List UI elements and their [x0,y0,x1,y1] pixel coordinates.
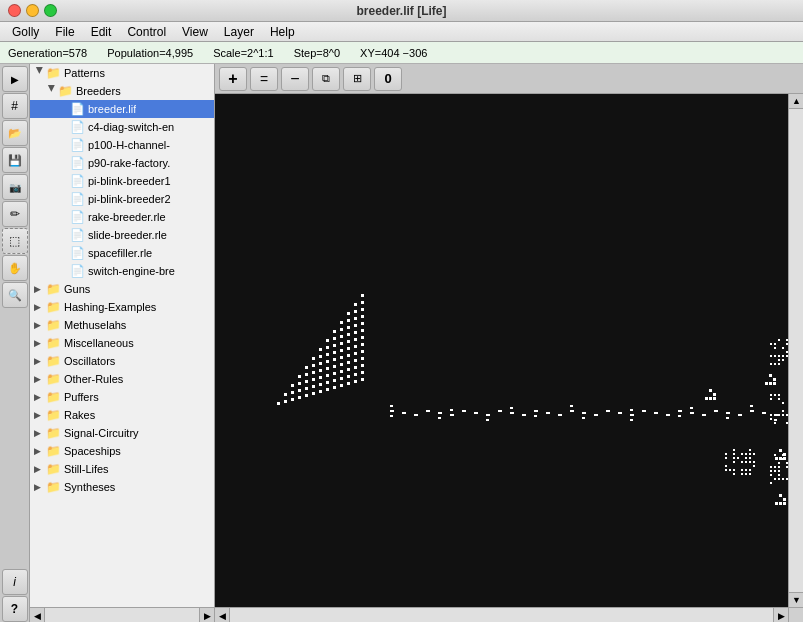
tree-item-pi-blink2[interactable]: ▶ 📄 pi-blink-breeder2 [30,190,214,208]
menu-layer[interactable]: Layer [216,22,262,41]
file-tree-panel: ▶ 📁 Patterns ▶ 📁 Breeders ▶ 📄 breeder.li… [30,64,215,622]
vscroll-down-btn[interactable]: ▼ [789,592,803,607]
window-controls[interactable] [8,4,57,17]
canvas-vscroll[interactable]: ▲ ▼ [788,94,803,607]
save-button[interactable]: 💾 [2,147,28,173]
right-panel: + = − ⧉ ⊞ 0 ◀ ▶ [215,64,803,622]
reset-view-button[interactable]: 0 [374,67,402,91]
tree-item-patterns[interactable]: ▶ 📁 Patterns [30,64,214,82]
tree-item-p100[interactable]: ▶ 📄 p100-H-channel- [30,136,214,154]
corner-box [788,608,803,622]
zoom-out-button[interactable]: − [281,67,309,91]
tree-item-rake-breeder[interactable]: ▶ 📄 rake-breeder.rle [30,208,214,226]
canvas-scroll-right[interactable]: ▶ [773,608,788,622]
tree-item-miscellaneous[interactable]: ▶ 📁 Miscellaneous [30,334,214,352]
file-tree: ▶ 📁 Patterns ▶ 📁 Breeders ▶ 📄 breeder.li… [30,64,214,607]
tree-item-slide-breeder[interactable]: ▶ 📄 slide-breeder.rle [30,226,214,244]
zoom-in-button[interactable]: + [219,67,247,91]
grid-toggle-button[interactable]: ⊞ [343,67,371,91]
tree-item-spaceships[interactable]: ▶ 📁 Spaceships [30,442,214,460]
scale-status: Scale=2^1:1 [213,47,274,59]
tree-item-syntheses[interactable]: ▶ 📁 Syntheses [30,478,214,496]
arrow-breeders: ▶ [47,85,57,97]
info-button[interactable]: i [2,569,28,595]
tree-item-spacefiller[interactable]: ▶ 📄 spacefiller.rle [30,244,214,262]
tree-item-c4-diag[interactable]: ▶ 📄 c4-diag-switch-en [30,118,214,136]
sidebar-hscroll[interactable]: ◀ ▶ [30,607,214,622]
select-button[interactable]: ⬚ [2,228,28,254]
menu-help[interactable]: Help [262,22,303,41]
canvas-hscroll[interactable]: ◀ ▶ [215,607,803,622]
tree-item-breeder-lif[interactable]: ▶ 📄 breeder.lif [30,100,214,118]
help-button[interactable]: ? [2,596,28,622]
tree-item-guns[interactable]: ▶ 📁 Guns [30,280,214,298]
tree-item-pi-blink1[interactable]: ▶ 📄 pi-blink-breeder1 [30,172,214,190]
xy-status: XY=404 −306 [360,47,427,59]
menu-golly[interactable]: Golly [4,22,47,41]
menu-file[interactable]: File [47,22,82,41]
tree-item-hashing[interactable]: ▶ 📁 Hashing-Examples [30,298,214,316]
titlebar: breeder.lif [Life] [0,0,803,22]
tree-item-still-lifes[interactable]: ▶ 📁 Still-Lifes [30,460,214,478]
vscroll-track [789,109,803,592]
window-title: breeder.lif [Life] [356,4,446,18]
arrow-guns: ▶ [34,284,46,294]
main-layout: ▶ # 📂 💾 📷 ✏ ⬚ ✋ 🔍 i ? ▶ 📁 Patterns ▶ 📁 B… [0,64,803,622]
life-canvas-area[interactable] [215,94,803,607]
statusbar: Generation=578 Population=4,995 Scale=2^… [0,42,803,64]
arrow-hashing: ▶ [34,302,46,312]
menu-control[interactable]: Control [119,22,174,41]
population-status: Population=4,995 [107,47,193,59]
hash-button[interactable]: # [2,93,28,119]
tree-item-methuselahs[interactable]: ▶ 📁 Methuselahs [30,316,214,334]
scroll-right-btn[interactable]: ▶ [199,608,214,622]
zoom-button[interactable]: 🔍 [2,282,28,308]
generation-status: Generation=578 [8,47,87,59]
tree-item-switch-engine[interactable]: ▶ 📄 switch-engine-bre [30,262,214,280]
minimize-button[interactable] [26,4,39,17]
arrow-patterns: ▶ [35,67,45,79]
menu-view[interactable]: View [174,22,216,41]
maximize-button[interactable] [44,4,57,17]
close-button[interactable] [8,4,21,17]
hscroll-track [45,608,199,622]
life-simulation-canvas [215,94,803,607]
scroll-left-btn[interactable]: ◀ [30,608,45,622]
left-toolbar: ▶ # 📂 💾 📷 ✏ ⬚ ✋ 🔍 i ? [0,64,30,622]
tree-item-p90[interactable]: ▶ 📄 p90-rake-factory. [30,154,214,172]
menubar: Golly File Edit Control View Layer Help [0,22,803,42]
view-toolbar: + = − ⧉ ⊞ 0 [215,64,803,94]
tree-item-signal-circuitry[interactable]: ▶ 📁 Signal-Circuitry [30,424,214,442]
menu-edit[interactable]: Edit [83,22,120,41]
step-status: Step=8^0 [294,47,340,59]
play-button[interactable]: ▶ [2,66,28,92]
hand-button[interactable]: ✋ [2,255,28,281]
fit-button[interactable]: = [250,67,278,91]
canvas-scroll-left[interactable]: ◀ [215,608,230,622]
copy-view-button[interactable]: ⧉ [312,67,340,91]
tree-item-rakes[interactable]: ▶ 📁 Rakes [30,406,214,424]
tree-item-other-rules[interactable]: ▶ 📁 Other-Rules [30,370,214,388]
open-folder-button[interactable]: 📂 [2,120,28,146]
draw-button[interactable]: ✏ [2,201,28,227]
tree-item-oscillators[interactable]: ▶ 📁 Oscillators [30,352,214,370]
screenshot-button[interactable]: 📷 [2,174,28,200]
vscroll-up-btn[interactable]: ▲ [789,94,803,109]
tree-item-puffers[interactable]: ▶ 📁 Puffers [30,388,214,406]
tree-item-breeders[interactable]: ▶ 📁 Breeders [30,82,214,100]
canvas-hscroll-track [230,608,773,622]
